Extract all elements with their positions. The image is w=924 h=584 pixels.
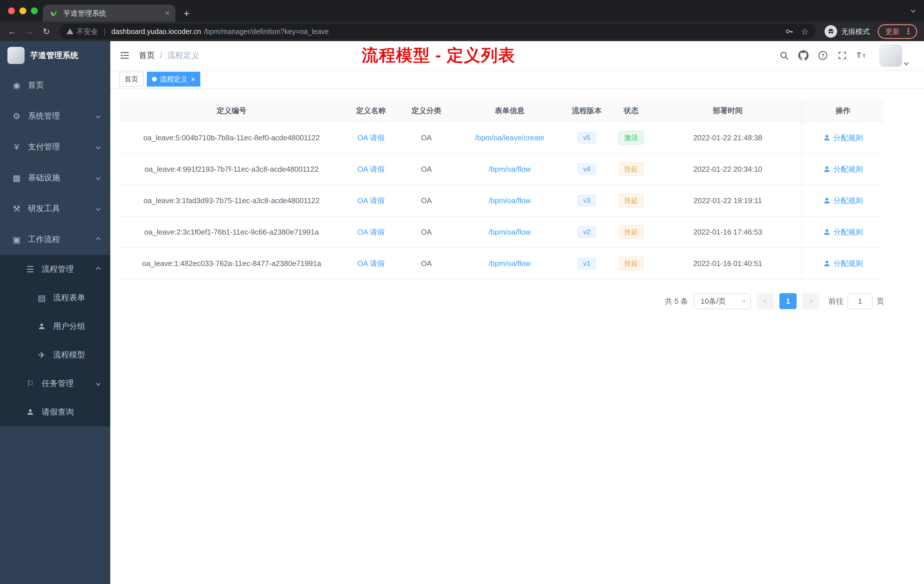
definition-name-link[interactable]: OA 请假 [357,259,384,269]
tag-label: 流程定义 [160,74,187,84]
header-actions: ? TT [776,44,908,67]
forward-button[interactable]: → [22,24,36,39]
sidebar-item-process-management[interactable]: ☰ 流程管理 [0,255,110,284]
update-button[interactable]: 更新 ⋮ [878,24,917,39]
assign-rule-link[interactable]: 分配规则 [823,259,863,269]
form-info-link[interactable]: /bpm/oa/flow [488,165,531,174]
sidebar-item-workflow[interactable]: ▣ 工作流程 [0,224,110,255]
github-icon[interactable] [795,45,812,66]
column-header-status: 状态 [608,99,654,122]
active-dot [152,77,157,81]
window-zoom-button[interactable] [31,7,38,14]
assign-rule-link[interactable]: 分配规则 [823,164,863,174]
sidebar-item-task-management[interactable]: ⚐ 任务管理 [0,369,110,398]
goto-label: 前往 [828,296,843,306]
sidebar-item-infrastructure[interactable]: ▦ 基础设施 [0,162,110,193]
definition-name-link[interactable]: OA 请假 [357,133,384,143]
pagination: 共 5 条 10条/页 < 1 > 前往 页 [120,293,884,309]
url-path: /bpm/manager/definition?key=oa_leave [204,27,329,36]
chevron-down-icon [96,114,101,119]
browser-window: 芋道管理系统 × + ← → ↻ 不安全 | dashboard.yudao.i… [0,0,924,584]
workflow-icon: ▣ [12,234,22,244]
prev-page-button[interactable]: < [757,293,774,309]
sidebar-item-label: 系统管理 [28,111,60,121]
search-icon[interactable] [776,45,792,66]
sidebar-item-leave-query[interactable]: 请假查询 [0,398,110,426]
breadcrumb: 首页 / 流程定义 [139,50,200,61]
reload-button[interactable]: ↻ [39,24,54,39]
sidebar-item-label: 研发工具 [28,203,60,214]
sidebar-item-home[interactable]: ◉ 首页 [0,70,110,101]
sidebar-item-dev-tools[interactable]: ⚒ 研发工具 [0,193,110,224]
sidebar-item-label: 支付管理 [28,142,60,152]
goto-page: 前往 页 [828,293,884,309]
definition-category: OA [399,185,454,216]
sidebar-item-process-form[interactable]: ▤ 流程表单 [0,284,110,312]
window-minimize-button[interactable] [20,7,26,14]
sidebar-item-user-group[interactable]: 用户分组 [0,312,110,341]
sidebar-item-process-model[interactable]: ✈ 流程模型 [0,341,110,369]
definition-category: OA [399,216,454,247]
tab-close-icon[interactable]: × [165,9,170,17]
definition-name-link[interactable]: OA 请假 [357,164,384,174]
next-page-button[interactable]: > [802,293,819,309]
status-badge: 激活 [619,131,644,145]
person-icon [823,228,831,236]
version-badge: v1 [578,258,596,269]
version-badge: v2 [578,226,596,238]
page-content: 定义编号 定义名称 定义分类 表单信息 流程版本 状态 部署时间 操作 oa_l… [110,89,924,584]
deploy-time: 2022-01-16 01:40:51 [654,248,802,279]
incognito-icon [825,25,837,38]
window-controls [8,7,38,14]
app-header: 首页 / 流程定义 流程模型 - 定义列表 ? [110,41,924,70]
tag-home[interactable]: 首页 [119,72,144,87]
definition-id: oa_leave:3:1fad3d93-7b75-11ec-a3c8-acde4… [120,185,343,216]
browser-tab[interactable]: 芋道管理系统 × [43,5,175,22]
column-header-name: 定义名称 [343,99,399,122]
sidebar-item-system[interactable]: ⚙ 系统管理 [0,101,110,132]
page-size-select[interactable]: 10条/页 [694,293,751,309]
page-number-button[interactable]: 1 [779,293,797,309]
tag-close-icon[interactable]: × [191,76,195,83]
app-title: 芋道管理系统 [30,50,78,61]
new-tab-button[interactable]: + [183,8,190,19]
user-avatar [879,44,902,67]
sidebar-collapse-button[interactable] [110,41,139,70]
tab-search-chevron-icon[interactable] [911,8,916,13]
goto-page-input[interactable] [847,293,873,309]
form-info-link[interactable]: /bpm/oa/flow [488,196,531,205]
help-icon[interactable]: ? [814,45,832,66]
back-button[interactable]: ← [5,24,20,39]
definition-name-link[interactable]: OA 请假 [357,196,384,206]
assign-rule-label: 分配规则 [833,259,863,269]
assign-rule-link[interactable]: 分配规则 [823,133,863,143]
form-info-link[interactable]: /bpm/oa/flow [488,259,531,268]
fullscreen-icon[interactable] [834,45,851,66]
sidebar-item-label: 首页 [28,80,44,91]
assign-rule-link[interactable]: 分配规则 [823,227,863,237]
tag-process-definition[interactable]: 流程定义 × [147,72,200,87]
column-header-action: 操作 [802,99,884,122]
definition-name-link[interactable]: OA 请假 [357,227,384,237]
sidebar-logo[interactable]: 芋道管理系统 [0,41,110,70]
assign-rule-link[interactable]: 分配规则 [823,196,863,206]
font-size-icon[interactable]: TT [853,45,870,66]
window-close-button[interactable] [8,7,15,14]
breadcrumb-home[interactable]: 首页 [139,50,155,61]
grid-icon: ▦ [12,173,22,183]
deploy-time: 2022-01-16 17:46:53 [654,216,802,247]
definition-id: oa_leave:4:991f2193-7b7f-11ec-a3c8-acde4… [120,154,343,185]
chevron-up-icon [96,237,101,242]
workflow-submenu: ☰ 流程管理 ▤ 流程表单 用户分组 ✈ 流程模型 [0,255,110,426]
svg-text:?: ? [822,53,825,59]
url-domain: dashboard.yudao.iocoder.cn [111,27,201,36]
bookmark-star-icon[interactable]: ☆ [801,26,808,36]
user-menu[interactable] [879,44,908,67]
form-info-link[interactable]: /bpm/oa/leave/create [475,134,544,142]
sidebar-item-payment[interactable]: ¥ 支付管理 [0,132,110,162]
address-bar[interactable]: 不安全 | dashboard.yudao.iocoder.cn /bpm/ma… [59,24,815,39]
browser-menu-icon[interactable]: ⋮ [904,27,912,35]
form-info-link[interactable]: /bpm/oa/flow [488,228,531,237]
password-key-icon[interactable] [785,27,794,36]
yen-icon: ¥ [12,142,22,152]
